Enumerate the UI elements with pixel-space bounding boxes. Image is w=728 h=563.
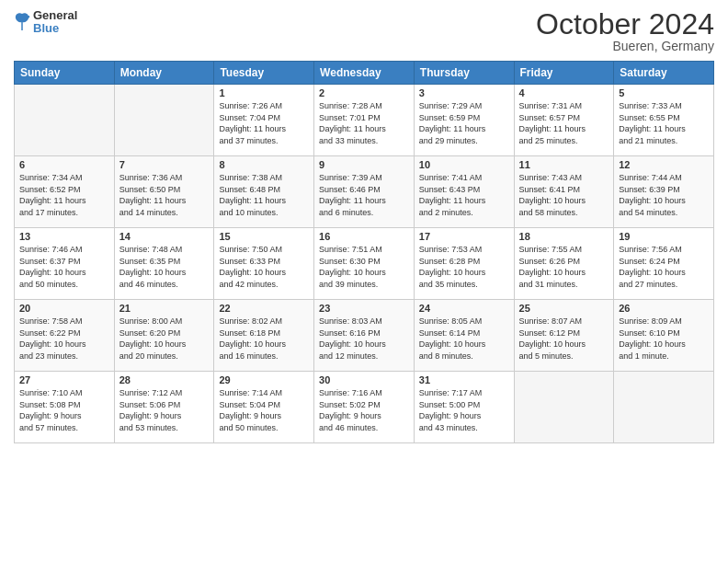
calendar-week-row: 27Sunrise: 7:10 AM Sunset: 5:08 PM Dayli… (15, 372, 714, 443)
table-row: 20Sunrise: 7:58 AM Sunset: 6:22 PM Dayli… (15, 300, 115, 372)
calendar-week-row: 1Sunrise: 7:26 AM Sunset: 7:04 PM Daylig… (15, 85, 714, 156)
table-row: 30Sunrise: 7:16 AM Sunset: 5:02 PM Dayli… (314, 372, 415, 443)
header-monday: Monday (114, 62, 214, 85)
header: General Blue October 2024 Bueren, German… (14, 9, 714, 53)
table-row: 16Sunrise: 7:51 AM Sunset: 6:30 PM Dayli… (314, 228, 415, 300)
table-row: 12Sunrise: 7:44 AM Sunset: 6:39 PM Dayli… (614, 156, 714, 228)
day-info: Sunrise: 7:31 AM Sunset: 6:57 PM Dayligh… (519, 100, 609, 146)
table-row: 23Sunrise: 8:03 AM Sunset: 6:16 PM Dayli… (314, 300, 415, 372)
day-info: Sunrise: 7:39 AM Sunset: 6:46 PM Dayligh… (319, 172, 409, 218)
day-info: Sunrise: 7:56 AM Sunset: 6:24 PM Dayligh… (619, 244, 709, 290)
day-number: 31 (419, 374, 509, 385)
day-info: Sunrise: 7:12 AM Sunset: 5:06 PM Dayligh… (119, 387, 210, 433)
table-row: 31Sunrise: 7:17 AM Sunset: 5:00 PM Dayli… (414, 372, 514, 443)
day-info: Sunrise: 7:28 AM Sunset: 7:01 PM Dayligh… (319, 100, 409, 146)
header-thursday: Thursday (414, 62, 514, 85)
location: Bueren, Germany (536, 39, 714, 53)
logo-bird-icon (14, 12, 30, 32)
day-info: Sunrise: 8:05 AM Sunset: 6:14 PM Dayligh… (419, 316, 509, 362)
day-info: Sunrise: 7:10 AM Sunset: 5:08 PM Dayligh… (19, 387, 109, 433)
table-row: 24Sunrise: 8:05 AM Sunset: 6:14 PM Dayli… (414, 300, 514, 372)
day-number: 21 (119, 303, 210, 314)
day-info: Sunrise: 7:38 AM Sunset: 6:48 PM Dayligh… (219, 172, 309, 218)
day-info: Sunrise: 7:34 AM Sunset: 6:52 PM Dayligh… (19, 172, 109, 218)
day-info: Sunrise: 7:46 AM Sunset: 6:37 PM Dayligh… (19, 244, 109, 290)
table-row: 9Sunrise: 7:39 AM Sunset: 6:46 PM Daylig… (314, 156, 415, 228)
table-row (114, 85, 214, 156)
day-number: 17 (419, 231, 509, 242)
table-row: 19Sunrise: 7:56 AM Sunset: 6:24 PM Dayli… (614, 228, 714, 300)
table-row: 13Sunrise: 7:46 AM Sunset: 6:37 PM Dayli… (15, 228, 115, 300)
day-number: 25 (519, 303, 609, 314)
table-row: 18Sunrise: 7:55 AM Sunset: 6:26 PM Dayli… (514, 228, 614, 300)
day-info: Sunrise: 7:53 AM Sunset: 6:28 PM Dayligh… (419, 244, 509, 290)
calendar-week-row: 20Sunrise: 7:58 AM Sunset: 6:22 PM Dayli… (15, 300, 714, 372)
day-number: 7 (119, 159, 210, 170)
day-number: 28 (119, 374, 210, 385)
header-sunday: Sunday (15, 62, 115, 85)
day-number: 29 (219, 374, 309, 385)
day-number: 9 (319, 159, 409, 170)
table-row: 14Sunrise: 7:48 AM Sunset: 6:35 PM Dayli… (114, 228, 214, 300)
day-info: Sunrise: 7:14 AM Sunset: 5:04 PM Dayligh… (219, 387, 309, 433)
day-info: Sunrise: 7:43 AM Sunset: 6:41 PM Dayligh… (519, 172, 609, 218)
table-row: 6Sunrise: 7:34 AM Sunset: 6:52 PM Daylig… (15, 156, 115, 228)
day-number: 1 (219, 87, 309, 98)
day-info: Sunrise: 8:02 AM Sunset: 6:18 PM Dayligh… (219, 316, 309, 362)
table-row: 4Sunrise: 7:31 AM Sunset: 6:57 PM Daylig… (514, 85, 614, 156)
table-row: 21Sunrise: 8:00 AM Sunset: 6:20 PM Dayli… (114, 300, 214, 372)
title-area: October 2024 Bueren, Germany (536, 9, 714, 53)
page-container: General Blue October 2024 Bueren, German… (0, 0, 728, 448)
table-row: 27Sunrise: 7:10 AM Sunset: 5:08 PM Dayli… (15, 372, 115, 443)
table-row: 1Sunrise: 7:26 AM Sunset: 7:04 PM Daylig… (214, 85, 314, 156)
day-number: 16 (319, 231, 409, 242)
day-info: Sunrise: 7:41 AM Sunset: 6:43 PM Dayligh… (419, 172, 509, 218)
day-info: Sunrise: 8:07 AM Sunset: 6:12 PM Dayligh… (519, 316, 609, 362)
day-info: Sunrise: 7:26 AM Sunset: 7:04 PM Dayligh… (219, 100, 309, 146)
day-number: 3 (419, 87, 509, 98)
table-row (514, 372, 614, 443)
day-info: Sunrise: 7:58 AM Sunset: 6:22 PM Dayligh… (19, 316, 109, 362)
weekday-header-row: Sunday Monday Tuesday Wednesday Thursday… (15, 62, 714, 85)
day-number: 22 (219, 303, 309, 314)
logo-blue: Blue (33, 22, 77, 35)
day-number: 4 (519, 87, 609, 98)
table-row: 5Sunrise: 7:33 AM Sunset: 6:55 PM Daylig… (614, 85, 714, 156)
day-number: 18 (519, 231, 609, 242)
day-number: 24 (419, 303, 509, 314)
table-row (15, 85, 115, 156)
logo: General Blue (14, 9, 77, 36)
day-number: 2 (319, 87, 409, 98)
day-number: 11 (519, 159, 609, 170)
day-info: Sunrise: 7:17 AM Sunset: 5:00 PM Dayligh… (419, 387, 509, 433)
table-row: 15Sunrise: 7:50 AM Sunset: 6:33 PM Dayli… (214, 228, 314, 300)
table-row: 3Sunrise: 7:29 AM Sunset: 6:59 PM Daylig… (414, 85, 514, 156)
day-number: 5 (619, 87, 709, 98)
day-number: 15 (219, 231, 309, 242)
day-info: Sunrise: 7:16 AM Sunset: 5:02 PM Dayligh… (319, 387, 409, 433)
header-wednesday: Wednesday (314, 62, 415, 85)
day-info: Sunrise: 7:29 AM Sunset: 6:59 PM Dayligh… (419, 100, 509, 146)
day-info: Sunrise: 7:44 AM Sunset: 6:39 PM Dayligh… (619, 172, 709, 218)
calendar-table: Sunday Monday Tuesday Wednesday Thursday… (14, 61, 714, 443)
day-number: 14 (119, 231, 210, 242)
day-info: Sunrise: 7:50 AM Sunset: 6:33 PM Dayligh… (219, 244, 309, 290)
day-info: Sunrise: 7:33 AM Sunset: 6:55 PM Dayligh… (619, 100, 709, 146)
table-row: 8Sunrise: 7:38 AM Sunset: 6:48 PM Daylig… (214, 156, 314, 228)
table-row: 2Sunrise: 7:28 AM Sunset: 7:01 PM Daylig… (314, 85, 415, 156)
day-number: 13 (19, 231, 109, 242)
day-info: Sunrise: 7:51 AM Sunset: 6:30 PM Dayligh… (319, 244, 409, 290)
table-row: 11Sunrise: 7:43 AM Sunset: 6:41 PM Dayli… (514, 156, 614, 228)
day-info: Sunrise: 8:00 AM Sunset: 6:20 PM Dayligh… (119, 316, 210, 362)
table-row: 26Sunrise: 8:09 AM Sunset: 6:10 PM Dayli… (614, 300, 714, 372)
table-row: 10Sunrise: 7:41 AM Sunset: 6:43 PM Dayli… (414, 156, 514, 228)
table-row (614, 372, 714, 443)
day-number: 10 (419, 159, 509, 170)
day-number: 23 (319, 303, 409, 314)
day-info: Sunrise: 8:09 AM Sunset: 6:10 PM Dayligh… (619, 316, 709, 362)
day-info: Sunrise: 7:48 AM Sunset: 6:35 PM Dayligh… (119, 244, 210, 290)
header-saturday: Saturday (614, 62, 714, 85)
month-title: October 2024 (536, 9, 714, 39)
calendar-week-row: 6Sunrise: 7:34 AM Sunset: 6:52 PM Daylig… (15, 156, 714, 228)
table-row: 7Sunrise: 7:36 AM Sunset: 6:50 PM Daylig… (114, 156, 214, 228)
